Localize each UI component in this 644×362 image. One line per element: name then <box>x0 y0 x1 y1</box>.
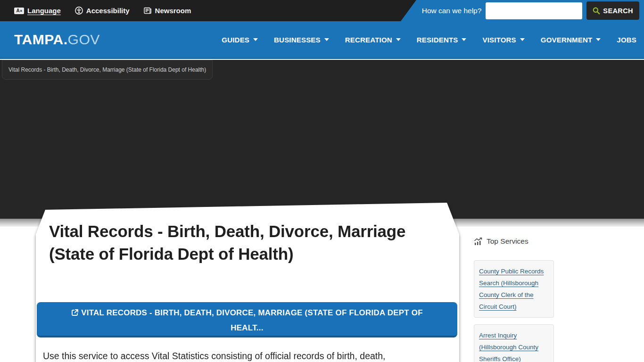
language-label: Language <box>27 7 61 15</box>
nav-item-label: RECREATION <box>345 36 392 44</box>
search-button-label: SEARCH <box>603 7 633 15</box>
chevron-down-icon <box>596 38 601 41</box>
nav-item-residents[interactable]: RESIDENTS <box>417 36 467 44</box>
accessibility-link[interactable]: Accessibility <box>75 7 130 15</box>
logo-secondary: GOV <box>68 32 100 47</box>
breadcrumb-current: Vital Records - Birth, Death, Divorce, M… <box>8 66 206 73</box>
external-link-icon <box>71 307 79 321</box>
site-search-area: How can we help? SEARCH <box>401 0 644 21</box>
nav-item-label: GUIDES <box>222 36 249 44</box>
utility-links: Aa Language Accessibility Newsro <box>14 0 191 21</box>
chevron-down-icon <box>462 38 466 41</box>
nav-item-label: RESIDENTS <box>417 36 458 44</box>
top-services-sidebar: Top Services County Public Records Searc… <box>474 237 568 362</box>
content-card: Vital Records - Birth, Death, Divorce, M… <box>36 200 459 362</box>
translate-icon: Aa <box>14 8 24 14</box>
arrest-inquiry-link[interactable]: Arrest Inquiry (Hillsborough County Sher… <box>479 329 549 362</box>
nav-item-jobs[interactable]: JOBS <box>617 36 636 44</box>
chevron-down-icon <box>396 38 401 41</box>
vital-records-service-button-label: VITAL RECORDS - BIRTH, DEATH, DIVORCE, M… <box>81 308 423 332</box>
chevron-down-icon <box>253 38 258 41</box>
nav-item-label: GOVERNMENT <box>541 36 593 44</box>
accessibility-icon <box>75 7 83 15</box>
breadcrumb: Vital Records - Birth, Death, Divorce, M… <box>2 60 213 80</box>
main-nav: TAMPA.GOV GUIDES BUSINESSES RECREATION R… <box>0 21 644 59</box>
utility-bar: Aa Language Accessibility Newsro <box>0 0 644 21</box>
top-service-card: Arrest Inquiry (Hillsborough County Sher… <box>474 324 554 362</box>
vital-records-service-button[interactable]: VITAL RECORDS - BIRTH, DEATH, DIVORCE, M… <box>37 302 457 337</box>
newsroom-icon <box>144 7 152 14</box>
nav-item-label: JOBS <box>617 36 636 44</box>
nav-item-label: BUSINESSES <box>274 36 321 44</box>
chevron-down-icon <box>324 38 329 41</box>
nav-menu: GUIDES BUSINESSES RECREATION RESIDENTS V… <box>222 36 636 44</box>
language-link[interactable]: Aa Language <box>14 7 61 15</box>
search-icon <box>593 7 600 15</box>
top-services-title: Top Services <box>487 237 528 246</box>
newsroom-link[interactable]: Newsroom <box>144 7 191 15</box>
county-public-records-link[interactable]: County Public Records Search (Hillsborou… <box>479 265 549 313</box>
search-button[interactable]: SEARCH <box>586 1 639 20</box>
search-prompt: How can we help? <box>422 7 482 15</box>
chevron-down-icon <box>520 38 525 41</box>
intro-paragraph: Use this service to access Vital Statist… <box>43 349 453 362</box>
nav-item-label: VISITORS <box>482 36 516 44</box>
trending-chart-icon <box>474 238 483 246</box>
nav-item-recreation[interactable]: RECREATION <box>345 36 401 44</box>
page-title: Vital Records - Birth, Death, Divorce, M… <box>49 220 412 265</box>
hero-band: Vital Records - Birth, Death, Divorce, M… <box>0 60 644 219</box>
logo-primary: TAMPA. <box>14 32 68 47</box>
nav-item-businesses[interactable]: BUSINESSES <box>274 36 329 44</box>
nav-item-government[interactable]: GOVERNMENT <box>541 36 601 44</box>
top-service-card: County Public Records Search (Hillsborou… <box>474 260 554 318</box>
nav-item-guides[interactable]: GUIDES <box>222 36 258 44</box>
accessibility-label: Accessibility <box>86 7 130 15</box>
nav-item-visitors[interactable]: VISITORS <box>482 36 524 44</box>
search-input[interactable] <box>486 2 582 19</box>
newsroom-label: Newsroom <box>155 7 191 15</box>
top-services-header: Top Services <box>474 237 568 246</box>
site-logo[interactable]: TAMPA.GOV <box>14 32 100 48</box>
